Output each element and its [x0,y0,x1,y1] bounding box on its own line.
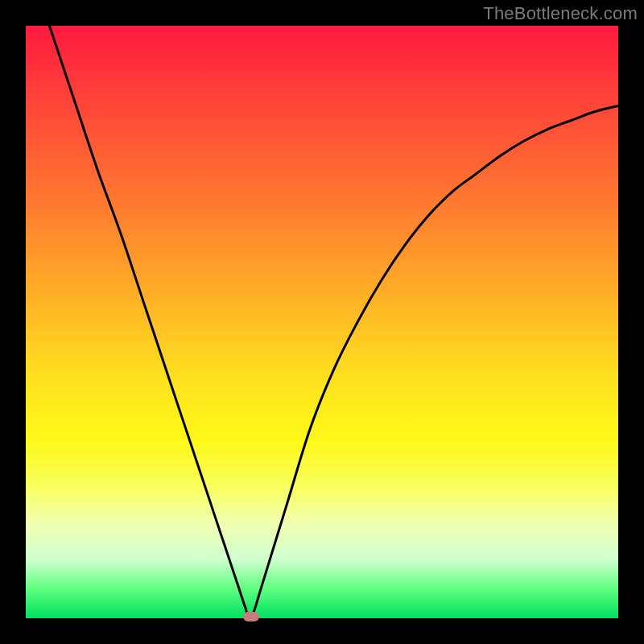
bottleneck-curve [26,26,618,618]
plot-area [26,26,618,618]
chart-container: TheBottleneck.com [0,0,644,644]
watermark-text: TheBottleneck.com [483,3,638,24]
minimum-marker [243,612,259,621]
